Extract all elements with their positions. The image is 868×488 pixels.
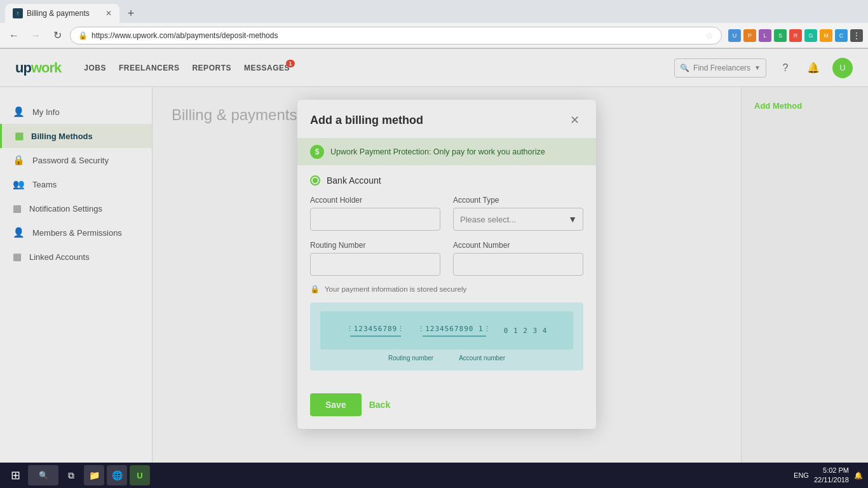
modal-body: Bank Account Account Holder Account Type (297, 165, 596, 393)
sidebar-item-linked-accounts[interactable]: ▦ Linked Accounts (0, 245, 152, 269)
taskbar: ⊞ 🔍 ⧉ 📁 🌐 U ENG 5:02 PM 22/11/2018 🔔 (0, 463, 868, 488)
ext-icon-3[interactable]: L (759, 29, 771, 42)
account-number-group: Account Number (453, 241, 583, 276)
routing-number-sample: ⋮123456789⋮ (346, 325, 405, 333)
content-area: Billing & payments Add a billing method … (153, 87, 741, 488)
security-text: Your payment information is stored secur… (325, 285, 466, 293)
ext-icon-9[interactable]: ⋮ (850, 29, 863, 42)
members-icon: 👤 (13, 227, 25, 238)
browser-icon: 🌐 (112, 470, 123, 480)
bank-account-label: Bank Account (327, 175, 381, 186)
sidebar-label-linked: Linked Accounts (29, 252, 90, 262)
sidebar-item-members-permissions[interactable]: 👤 Members & Permissions (0, 220, 152, 245)
notification-icon: ▦ (13, 203, 22, 214)
taskbar-right: ENG 5:02 PM 22/11/2018 🔔 (794, 466, 863, 485)
taskbar-task-view[interactable]: ⧉ (61, 465, 81, 485)
url-text: https://www.upwork.com/ab/payments/depos… (92, 31, 702, 40)
help-icon[interactable]: ? (776, 59, 794, 77)
back-button[interactable]: ← (5, 27, 23, 44)
nav-right: 🔍 🔍 Find Freelancers Find Freelancers ▼ … (674, 58, 853, 78)
notifications-icon[interactable]: 🔔 (804, 59, 822, 77)
page-background: upwork JOBS FREELANCERS REPORTS MESSAGES… (0, 49, 868, 488)
tab-bar: ↑ Billing & payments ✕ + (0, 0, 868, 23)
ext-icon-4[interactable]: S (774, 29, 787, 42)
sidebar: 👤 My Info ▦ Billing Methods 🔒 Password &… (0, 87, 153, 488)
account-holder-label: Account Holder (310, 196, 440, 205)
routing-number-input[interactable] (310, 253, 440, 276)
tab-title: Billing & payments (27, 9, 90, 18)
routing-number-label: Routing Number (310, 241, 440, 250)
sidebar-item-teams[interactable]: 👥 Teams (0, 172, 152, 196)
taskbar-time-value: 5:02 PM (814, 466, 849, 475)
active-tab[interactable]: ↑ Billing & payments ✕ (5, 4, 119, 23)
account-holder-input[interactable] (310, 208, 440, 231)
sidebar-item-billing-methods[interactable]: ▦ Billing Methods (0, 124, 152, 148)
ext-icon-6[interactable]: G (804, 29, 817, 42)
routing-diagram-label: Routing number (388, 355, 433, 362)
tab-favicon: ↑ (13, 8, 23, 18)
sidebar-label-members: Members & Permissions (32, 228, 122, 238)
account-number-label: Account Number (453, 241, 583, 250)
save-button[interactable]: Save (310, 393, 362, 416)
upwork-logo[interactable]: upwork (15, 60, 61, 76)
upwork-taskbar-icon: U (137, 471, 142, 480)
linked-icon: ▦ (13, 251, 22, 262)
taskbar-search[interactable]: 🔍 (28, 465, 58, 485)
account-type-select[interactable]: Please select... Checking Savings (453, 208, 583, 231)
top-navigation: upwork JOBS FREELANCERS REPORTS MESSAGES… (0, 49, 868, 87)
account-number-input[interactable] (453, 253, 583, 276)
sidebar-item-my-info[interactable]: 👤 My Info (0, 100, 152, 124)
sidebar-item-notification-settings[interactable]: ▦ Notification Settings (0, 196, 152, 220)
teams-icon: 👥 (13, 179, 25, 190)
star-icon: ☆ (705, 30, 714, 41)
ext-icon-2[interactable]: P (743, 29, 756, 42)
taskbar-file-explorer[interactable]: 📁 (84, 465, 104, 485)
ext-icon-1[interactable]: U (728, 29, 741, 42)
modal-close-button[interactable]: ✕ (566, 111, 583, 129)
search-text: Find Freelancers (693, 64, 750, 72)
ext-icon-7[interactable]: M (820, 29, 832, 42)
address-bar[interactable]: 🔒 https://www.upwork.com/ab/payments/dep… (70, 27, 722, 44)
add-method-button[interactable]: Add Method (754, 101, 802, 111)
routing-number-group: Routing Number (310, 241, 440, 276)
taskbar-upwork[interactable]: U (130, 465, 150, 485)
sidebar-label-security: Password & Security (32, 156, 109, 165)
bank-account-radio[interactable] (310, 175, 320, 186)
ext-icon-5[interactable]: R (789, 29, 802, 42)
check-diagram: ⋮123456789⋮ ⋮1234567890 1⋮ 0 1 2 3 4 (310, 302, 583, 370)
ext-icon-8[interactable]: C (835, 29, 848, 42)
browser-controls: ← → ↻ 🔒 https://www.upwork.com/ab/paymen… (0, 23, 868, 48)
tab-close-button[interactable]: ✕ (105, 9, 112, 18)
right-panel: Add Method (741, 87, 868, 488)
nav-jobs[interactable]: JOBS (84, 64, 106, 72)
sidebar-label-notifications: Notification Settings (29, 204, 102, 214)
back-button[interactable]: Back (369, 393, 390, 416)
taskbar-lang: ENG (794, 471, 809, 479)
protection-icon: $ (310, 145, 324, 159)
nav-messages[interactable]: MESSAGES 1 (244, 64, 290, 72)
forward-button[interactable]: → (27, 27, 44, 44)
check-numbers-row: Routing number Account number (388, 355, 505, 362)
account-type-label: Account Type (453, 196, 583, 205)
user-avatar[interactable]: U (832, 58, 853, 78)
add-billing-method-modal: Add a billing method ✕ $ Upwork Payment … (297, 100, 596, 429)
refresh-button[interactable]: ↻ (48, 27, 66, 44)
nav-freelancers[interactable]: FREELANCERS (119, 64, 180, 72)
new-tab-button[interactable]: + (122, 4, 140, 22)
main-layout: 👤 My Info ▦ Billing Methods 🔒 Password &… (0, 87, 868, 488)
nav-reports[interactable]: REPORTS (192, 64, 231, 72)
nav-search[interactable]: 🔍 🔍 Find Freelancers Find Freelancers ▼ (674, 58, 766, 78)
form-grid: Account Holder Account Type Please selec… (310, 196, 583, 276)
folder-icon: 📁 (89, 470, 100, 480)
sidebar-item-password-security[interactable]: 🔒 Password & Security (0, 148, 152, 172)
account-label-group: Account number (459, 355, 505, 362)
start-button[interactable]: ⊞ (5, 465, 25, 485)
taskbar-ie[interactable]: 🌐 (107, 465, 127, 485)
account-number-sample: ⋮1234567890 1⋮ (417, 325, 491, 333)
person-icon: 👤 (13, 106, 25, 118)
account-diagram-label: Account number (459, 355, 505, 362)
bank-account-radio-option[interactable]: Bank Account (310, 175, 583, 186)
check-image: ⋮123456789⋮ ⋮1234567890 1⋮ 0 1 2 3 4 (320, 311, 573, 349)
modal-header: Add a billing method ✕ (297, 100, 596, 139)
protection-banner: $ Upwork Payment Protection: Only pay fo… (297, 139, 596, 165)
